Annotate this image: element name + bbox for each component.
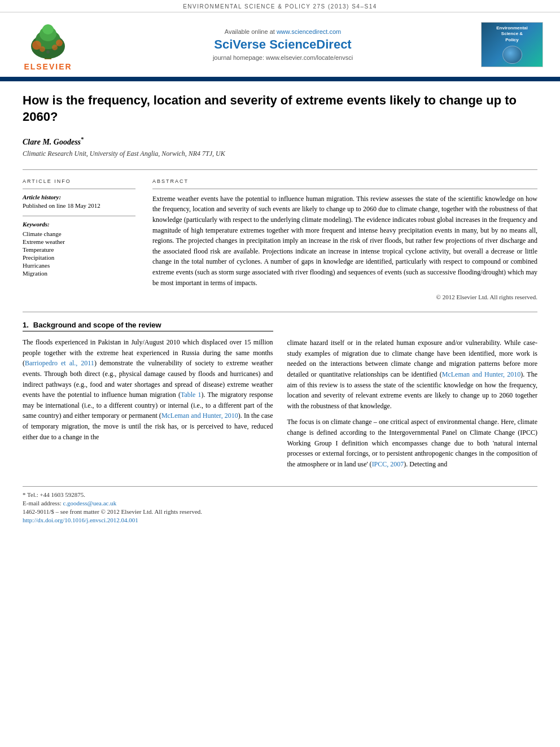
email-link[interactable]: c.goodess@uea.ac.uk: [63, 500, 116, 506]
journal-cover-globe-icon: [502, 46, 522, 64]
journal-homepage-link[interactable]: www.elsevier.com/locate/envsci: [266, 54, 353, 61]
journal-homepage: journal homepage: www.elsevier.com/locat…: [96, 54, 470, 61]
ref-mcleman2[interactable]: McLeman and Hunter, 2010: [442, 370, 520, 378]
ref-barriopedro[interactable]: Barriopedro et al., 2011: [25, 359, 94, 367]
article-info-col: ARTICLE INFO Article history: Published …: [23, 178, 135, 300]
main-content: How is the frequency, location and sever…: [0, 81, 560, 536]
copyright-line: © 2012 Elsevier Ltd. All rights reserved…: [152, 294, 537, 300]
ref-mcleman1[interactable]: McLeman and Hunter, 2010: [161, 412, 238, 420]
journal-bar: ENVIRONMENTAL SCIENCE & POLICY 27S (2013…: [0, 0, 560, 12]
journal-cover-image: EnvironmentalScience &Policy: [481, 22, 543, 67]
header: ELSEVIER Available online at www.science…: [0, 12, 560, 78]
author-name: Clare M. Goodess*: [23, 136, 537, 147]
keyword-6: Migration: [23, 270, 135, 277]
abstract-rule: [152, 189, 537, 189]
elsevier-wordmark: ELSEVIER: [24, 62, 72, 71]
section1-heading: 1. Background and scope of the review: [23, 321, 273, 331]
abstract-text: Extreme weather events have the potentia…: [152, 194, 537, 288]
abstract-label: ABSTRACT: [152, 178, 537, 184]
footnote-doi: http://dx.doi.org/10.1016/j.envsci.2012.…: [23, 517, 537, 523]
sciverse-logo: SciVerse ScienceDirect: [96, 37, 470, 52]
svg-point-8: [52, 45, 58, 50]
body-content: 1. Background and scope of the review Th…: [23, 321, 537, 475]
article-history-label: Article history:: [23, 194, 135, 200]
author-sup: *: [81, 136, 84, 142]
keyword-2: Extreme weather: [23, 238, 135, 245]
keywords-label: Keywords:: [23, 221, 135, 228]
article-info-label: ARTICLE INFO: [23, 178, 135, 184]
keywords-list: Climate change Extreme weather Temperatu…: [23, 230, 135, 277]
body-col-right: climate hazard itself or in the related …: [287, 321, 538, 475]
email-label: E-mail address:: [23, 500, 63, 506]
keyword-3: Temperature: [23, 246, 135, 253]
article-history-value: Published on line 18 May 2012: [23, 202, 135, 209]
sciencedirect-text: ScienceDirect: [269, 37, 352, 51]
ref-ipcc[interactable]: IPCC, 2007: [372, 460, 404, 468]
section1-para1: The floods experienced in Pakistan in Ju…: [23, 337, 273, 442]
doi-text: http://dx.doi.org/10.1016/j.envsci.2012.…: [23, 517, 138, 523]
abstract-col: ABSTRACT Extreme weather events have the…: [152, 178, 537, 300]
author-name-text: Clare M. Goodess: [23, 138, 81, 146]
keyword-4: Precipitation: [23, 254, 135, 261]
affiliation: Climatic Research Unit, University of Ea…: [23, 150, 537, 158]
section1-para3: The focus is on climate change – one cri…: [287, 417, 538, 469]
article-info-rule: [23, 189, 135, 189]
section1-para2: climate hazard itself or in the related …: [287, 338, 538, 411]
elsevier-tree-icon: [20, 18, 76, 60]
svg-point-6: [56, 40, 63, 46]
section1-number: 1.: [23, 321, 29, 329]
footnote-email: E-mail address: c.goodess@uea.ac.uk: [23, 500, 537, 506]
journal-cover-title-text: EnvironmentalScience &Policy: [496, 25, 528, 43]
ref-table1[interactable]: Table 1: [181, 391, 202, 399]
header-center: Available online at www.sciencedirect.co…: [85, 28, 481, 61]
article-title: How is the frequency, location and sever…: [23, 93, 537, 125]
body-divider: [23, 312, 537, 312]
section1-title: Background and scope of the review: [33, 321, 161, 329]
doi-link[interactable]: http://dx.doi.org/10.1016/j.envsci.2012.…: [23, 517, 138, 523]
svg-point-4: [42, 24, 54, 34]
sciencedirect-link[interactable]: www.sciencedirect.com: [277, 28, 341, 35]
svg-point-9: [46, 50, 50, 54]
article-info-abstract: ARTICLE INFO Article history: Published …: [23, 178, 537, 300]
journal-bar-text: ENVIRONMENTAL SCIENCE & POLICY 27S (2013…: [183, 3, 377, 10]
sciverse-text: SciVerse: [214, 37, 269, 51]
keyword-1: Climate change: [23, 230, 135, 237]
divider-rule: [23, 169, 537, 170]
footnote-tel: * Tel.: +44 1603 592875.: [23, 491, 537, 498]
footnote-issn: 1462-9011/$ – see front matter © 2012 El…: [23, 508, 537, 515]
footer-area: * Tel.: +44 1603 592875. E-mail address:…: [23, 486, 537, 523]
email-value: c.goodess@uea.ac.uk: [63, 500, 116, 506]
svg-point-7: [40, 46, 45, 52]
body-col-left: 1. Background and scope of the review Th…: [23, 321, 273, 475]
elsevier-logo: ELSEVIER: [11, 18, 85, 71]
available-online-text: Available online at www.sciencedirect.co…: [96, 28, 470, 35]
journal-cover-container: EnvironmentalScience &Policy: [481, 22, 549, 67]
elsevier-logo-container: ELSEVIER: [11, 18, 85, 71]
keywords-rule: [23, 216, 135, 216]
keyword-5: Hurricanes: [23, 262, 135, 269]
